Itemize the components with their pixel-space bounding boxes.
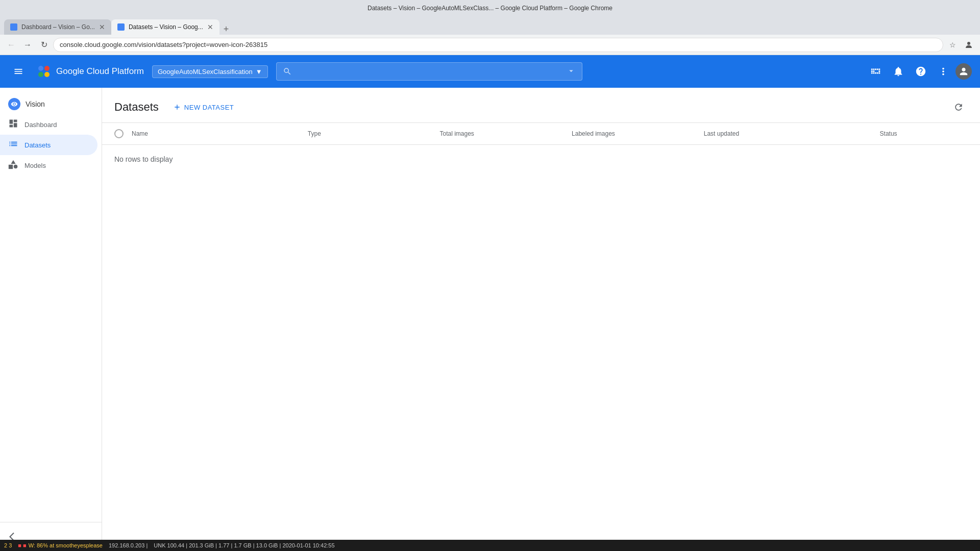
forward-button[interactable]: → — [20, 38, 35, 52]
col-header-name: Name — [132, 130, 308, 137]
app-name: Google Cloud Platform — [56, 66, 144, 77]
svg-point-2 — [44, 66, 50, 71]
new-tab-button[interactable]: + — [219, 24, 233, 35]
new-dataset-label: NEW DATASET — [184, 104, 234, 111]
page-title: Datasets — [114, 101, 159, 114]
address-bar[interactable]: console.cloud.google.com/vision/datasets… — [53, 38, 943, 52]
user-avatar-button[interactable] — [955, 63, 972, 80]
col-header-status: Status — [880, 130, 968, 137]
google-logo-icon — [37, 64, 51, 79]
sidebar-item-models-label: Models — [24, 162, 46, 169]
models-icon — [8, 159, 18, 172]
col-header-type: Type — [308, 130, 440, 137]
notifications-button[interactable] — [888, 61, 909, 82]
reload-button[interactable]: ↻ — [37, 38, 51, 52]
app: Google Cloud Platform GoogleAutoMLSexCla… — [0, 55, 980, 551]
status-ip: 192.168.0.203 | — [109, 542, 148, 548]
tab-favicon-1 — [10, 23, 17, 31]
back-button[interactable]: ← — [4, 38, 18, 52]
no-rows-message: No rows to display — [102, 145, 980, 173]
status-unk: UNK 100.44 | 201.3 GiB | 1.77 | 1.7 GB |… — [154, 542, 334, 548]
dashboard-icon — [8, 118, 18, 131]
vision-icon — [8, 98, 20, 110]
more-button[interactable] — [933, 61, 953, 82]
nav-bar: ← → ↻ console.cloud.google.com/vision/da… — [0, 35, 980, 55]
search-input[interactable] — [296, 67, 562, 76]
select-all-checkbox[interactable] — [114, 129, 124, 138]
sidebar-section-label: Vision — [26, 100, 45, 108]
sidebar-item-models[interactable]: Models — [0, 155, 97, 176]
nav-right-icons: ☆ — [945, 38, 976, 52]
refresh-button[interactable] — [949, 98, 968, 116]
svg-point-4 — [44, 72, 50, 77]
svg-point-1 — [38, 66, 43, 71]
title-bar-text: Datasets – Vision – GoogleAutoMLSexClass… — [4, 5, 976, 12]
svg-point-3 — [38, 72, 43, 77]
status-position: 2 3 — [4, 542, 12, 548]
browser-chrome: Datasets – Vision – GoogleAutoMLSexClass… — [0, 0, 980, 55]
sidebar-item-dashboard[interactable]: Dashboard — [0, 114, 97, 135]
tab-label-2: Datasets – Vision – Goog... — [129, 23, 203, 31]
content-area: Datasets NEW DATASET Name Type Total — [102, 88, 980, 551]
new-dataset-button[interactable]: NEW DATASET — [167, 100, 240, 114]
datasets-icon — [8, 139, 18, 152]
search-icon — [283, 67, 292, 76]
main-layout: Vision Dashboard Datasets Models — [0, 88, 980, 551]
table-header: Name Type Total images Labeled images La… — [102, 123, 980, 145]
app-bar-right — [866, 61, 972, 82]
tab-close-1[interactable]: ✕ — [99, 23, 105, 31]
hamburger-button[interactable] — [8, 61, 29, 82]
sidebar: Vision Dashboard Datasets Models — [0, 88, 102, 551]
col-header-labeled: Labeled images — [572, 130, 704, 137]
sidebar-item-datasets-label: Datasets — [24, 141, 51, 149]
app-bar: Google Cloud Platform GoogleAutoMLSexCla… — [0, 55, 980, 88]
profile-button[interactable] — [962, 38, 976, 52]
bookmark-button[interactable]: ☆ — [945, 38, 960, 52]
apps-button[interactable] — [866, 61, 886, 82]
help-button[interactable] — [911, 61, 931, 82]
svg-point-0 — [967, 42, 970, 45]
sidebar-item-dashboard-label: Dashboard — [24, 121, 57, 129]
project-selector[interactable]: GoogleAutoMLSexClassification ▼ — [152, 65, 268, 78]
app-logo: Google Cloud Platform — [37, 64, 144, 79]
status-error: ■ ■ W: 86% at smootheyesplease — [18, 542, 103, 548]
tab-label-1: Dashboard – Vision – Go... — [21, 23, 95, 31]
col-header-updated: Last updated — [704, 130, 880, 137]
tab-dashboard[interactable]: Dashboard – Vision – Go... ✕ — [4, 19, 111, 35]
tab-bar: Dashboard – Vision – Go... ✕ Datasets – … — [0, 16, 980, 35]
search-bar[interactable] — [276, 62, 582, 81]
status-bar: 2 3 ■ ■ W: 86% at smootheyesplease 192.1… — [0, 540, 980, 551]
address-text: console.cloud.google.com/vision/datasets… — [60, 41, 267, 48]
title-bar: Datasets – Vision – GoogleAutoMLSexClass… — [0, 0, 980, 16]
sidebar-item-datasets[interactable]: Datasets — [0, 135, 97, 155]
svg-rect-6 — [9, 164, 13, 168]
col-header-total: Total images — [439, 130, 572, 137]
project-name: GoogleAutoMLSexClassification — [158, 68, 253, 76]
search-dropdown-button[interactable] — [567, 66, 576, 77]
new-dataset-plus-icon — [173, 103, 181, 111]
svg-point-5 — [14, 164, 18, 168]
tab-close-2[interactable]: ✕ — [207, 23, 213, 31]
tab-datasets[interactable]: Datasets – Vision – Goog... ✕ — [111, 19, 219, 35]
page-header: Datasets NEW DATASET — [102, 88, 980, 123]
project-dropdown-icon: ▼ — [256, 68, 262, 76]
tab-favicon-2 — [117, 23, 125, 31]
sidebar-section-title: Vision — [0, 88, 102, 114]
table-container: Name Type Total images Labeled images La… — [102, 123, 980, 173]
